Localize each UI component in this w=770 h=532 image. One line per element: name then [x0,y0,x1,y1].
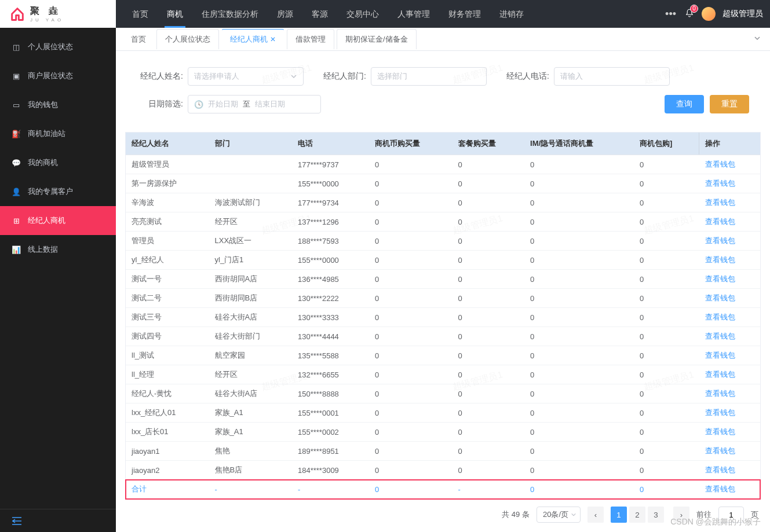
agent-icon: ⊞ [12,216,21,225]
page-button-1[interactable]: 1 [611,507,627,523]
view-wallet-link[interactable]: 查看钱包 [705,446,735,455]
view-wallet-link[interactable]: 查看钱包 [705,408,735,417]
view-wallet-link[interactable]: 查看钱包 [705,313,735,321]
top-menu-8[interactable]: 进销存 [490,0,533,28]
brand-icon [9,6,25,22]
cell-phone: 188****7593 [292,232,369,251]
top-menu-4[interactable]: 客源 [302,0,337,28]
tab-3[interactable]: 借款管理 [287,29,334,49]
sidebar-item-7[interactable]: 📊线上数据 [0,235,116,264]
tabs-bar: 首页个人展位状态经纪人商机✕借款管理期初保证金/储备金 [116,28,770,51]
view-wallet-link[interactable]: 查看钱包 [705,274,735,283]
cell-name: 测试二号 [126,289,209,308]
view-wallet-link[interactable]: 查看钱包 [705,198,735,207]
close-icon[interactable]: ✕ [270,35,276,43]
tab-label: 期初保证金/储备金 [345,34,408,45]
view-wallet-link[interactable]: 查看钱包 [705,332,735,340]
tab-4[interactable]: 期初保证金/储备金 [337,29,417,49]
start-date: 开始日期 [208,99,238,109]
view-wallet-link[interactable]: 查看钱包 [705,179,735,188]
view-wallet-link[interactable]: 查看钱包 [705,351,735,359]
agent-dept-input[interactable]: 选择部门 [371,67,487,86]
sidebar: 聚 垚 JU YAO ◫个人展位状态▣商户展位状态▭我的钱包⛽商机加油站💬我的商… [0,0,116,532]
cell-c2: 0 [452,461,524,480]
agent-name-select[interactable]: 请选择申请人 [188,67,304,86]
table-row: ll_经理 经开区 132****6655 0 0 0 0 查看钱包 [126,365,760,384]
top-menu-2[interactable]: 住房宝数据分析 [192,0,268,28]
cell-c2: 0 [452,232,524,251]
collapse-sidebar-button[interactable] [0,509,116,532]
chevron-down-icon [571,512,576,518]
table-header-row: 经纪人姓名部门电话商机币购买量套餐购买量IM/隐号通话商机量商机包购]操作 [126,133,760,155]
view-wallet-link[interactable]: 查看钱包 [705,465,735,474]
page-button-2[interactable]: 2 [629,507,645,523]
date-range-picker[interactable]: 🕓 开始日期 至 结束日期 [188,95,321,113]
sidebar-item-1[interactable]: ▣商户展位状态 [0,61,116,90]
col-header-2: 电话 [292,133,369,155]
cell-c2: 0 [452,346,524,365]
cell-phone: 137****1296 [292,212,369,232]
view-wallet-link[interactable]: 查看钱包 [705,255,735,264]
cell-c2: 0 [452,193,524,212]
top-menu-0[interactable]: 首页 [123,0,158,28]
table-row: 经纪人-黄忱 硅谷大街A店 150****8888 0 0 0 0 查看钱包 [126,384,760,403]
reset-button[interactable]: 重置 [710,95,749,113]
view-wallet-link[interactable]: 查看钱包 [705,485,735,493]
tab-1[interactable]: 个人展位状态 [156,29,219,49]
logo[interactable]: 聚 垚 JU YAO [0,0,116,28]
tab-0[interactable]: 首页 [123,29,154,49]
tabs-more-button[interactable] [751,32,763,46]
view-wallet-link[interactable]: 查看钱包 [705,293,735,302]
table-row: jiaoyan2 焦艳B店 184****3009 0 0 0 0 查看钱包 [126,461,760,480]
col-header-1: 部门 [209,133,293,155]
table-row: 超级管理员 177****9737 0 0 0 0 查看钱包 [126,155,760,174]
top-menu-3[interactable]: 房源 [268,0,302,28]
agent-dept-label: 经纪人部门: [320,71,366,82]
view-wallet-link[interactable]: 查看钱包 [705,427,735,436]
cell-c4: 0 [634,212,699,232]
col-header-4: 套餐购买量 [452,133,524,155]
top-menu-7[interactable]: 财务管理 [439,0,490,28]
cell-c1: 0 [369,232,452,251]
cell-c3: 0 [524,480,634,499]
content: 超级管理员1 超级管理员1 超级管理员1 超级管理员1 超级管理员1 超级管理员… [116,51,770,532]
view-wallet-link[interactable]: 查看钱包 [705,236,735,245]
view-wallet-link[interactable]: 查看钱包 [705,160,735,168]
view-wallet-link[interactable]: 查看钱包 [705,217,735,226]
chevron-down-icon [754,35,761,42]
sidebar-item-4[interactable]: 💬我的商机 [0,148,116,177]
cell-c3: 0 [524,155,634,174]
table-row: 测试二号 西街胡同B店 130****2222 0 0 0 0 查看钱包 [126,289,760,308]
view-wallet-link[interactable]: 查看钱包 [705,389,735,398]
view-wallet-link[interactable]: 查看钱包 [705,370,735,379]
sidebar-item-5[interactable]: 👤我的专属客户 [0,177,116,206]
cell-name: 管理员 [126,232,209,251]
notifications-button[interactable]: 0 [684,8,695,20]
cell-phone: 132****6655 [292,365,369,384]
cell-name: 经纪人-黄忱 [126,384,209,403]
agent-phone-label: 经纪人电话: [503,71,549,82]
sidebar-item-2[interactable]: ▭我的钱包 [0,90,116,119]
page-button-3[interactable]: 3 [648,507,664,523]
top-menu-6[interactable]: 人事管理 [388,0,439,28]
top-more-button[interactable]: ••• [659,8,682,20]
search-button[interactable]: 查询 [665,95,704,113]
top-menu-1[interactable]: 商机 [158,0,192,28]
avatar[interactable] [702,7,716,21]
page-size-select[interactable]: 20条/页 [537,507,581,523]
prev-page-button[interactable]: ‹ [587,507,604,523]
cell-c1: 0 [369,384,452,403]
username[interactable]: 超级管理员 [722,9,763,19]
sidebar-item-0[interactable]: ◫个人展位状态 [0,32,116,61]
cell-dept: 经开区 [209,212,293,232]
sidebar-item-3[interactable]: ⛽商机加油站 [0,119,116,148]
sidebar-item-label: 我的商机 [28,157,58,168]
cell-c1: 0 [369,270,452,289]
cell-name: 合计 [126,480,209,499]
agent-phone-input[interactable]: 请输入 [554,67,670,86]
top-menu-5[interactable]: 交易中心 [337,0,388,28]
cell-name: yl_经纪人 [126,251,209,270]
tab-2[interactable]: 经纪人商机✕ [221,29,284,49]
cell-dept: 海波测试部门 [209,193,293,212]
sidebar-item-6[interactable]: ⊞经纪人商机 [0,206,116,235]
